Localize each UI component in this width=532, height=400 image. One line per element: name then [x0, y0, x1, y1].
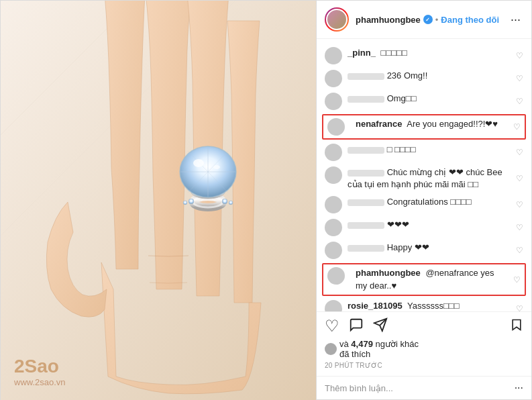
comment-more-icon[interactable]: ··· [515, 382, 523, 394]
comment-text: Happy ❤❤ [387, 242, 429, 252]
avatar [325, 7, 349, 32]
comment-item: □ □□□□ ♡ [317, 141, 531, 164]
grey-username [348, 222, 384, 229]
comments-panel: phamhuongbee • Đang theo dõi ··· _pinn_ … [316, 1, 531, 399]
comment-username[interactable]: _pinn_ [348, 48, 376, 58]
likes-count[interactable]: 4,479 [351, 339, 373, 349]
svg-point-17 [222, 199, 227, 204]
comment-content: phamhuongbee @nenafrance yes my dear..♥ [356, 267, 508, 291]
likes-label: đã thích [339, 349, 370, 359]
save-button[interactable] [510, 317, 523, 335]
comment-like-icon[interactable]: ♡ [516, 148, 523, 157]
comment-item: ❤❤❤ ♡ [317, 216, 531, 239]
grey-username [348, 199, 384, 206]
header-info: phamhuongbee • Đang theo dõi [356, 15, 508, 25]
liker-avatar [325, 343, 337, 355]
comment-like-icon[interactable]: ♡ [516, 174, 523, 183]
more-options-button[interactable]: ··· [508, 13, 523, 27]
comment-content: □ □□□□ [348, 144, 511, 156]
svg-marker-21 [513, 320, 521, 330]
comment-item: _pinn_ □□□□□ ♡ [317, 44, 531, 67]
grey-username [348, 245, 384, 252]
grey-username [348, 170, 384, 177]
comment-avatar [325, 144, 342, 161]
comment-avatar [325, 196, 342, 213]
comment-avatar [325, 70, 342, 87]
comment-item: Chúc mừng chị ❤❤ chúc Bee của tụi em hạn… [317, 164, 531, 193]
comment-like-icon[interactable]: ♡ [516, 246, 523, 255]
comment-like-icon[interactable]: ♡ [513, 275, 521, 285]
comment-text: Omg□□ [387, 93, 417, 103]
watermark-number: 2Sao [14, 356, 59, 377]
comment-item: 236 Omg!! ♡ [317, 67, 531, 90]
watermark: 2Sao www.2sao.vn [14, 356, 66, 387]
svg-point-16 [183, 201, 187, 205]
comment-like-icon[interactable]: ♡ [516, 51, 523, 60]
instagram-post: 2Sao www.2sao.vn phamhuongbee • Đang the… [0, 0, 532, 400]
comment-like-icon[interactable]: ♡ [516, 74, 523, 83]
svg-point-18 [229, 201, 233, 205]
comment-like-icon[interactable]: ♡ [516, 97, 523, 106]
comment-content: ❤❤❤ [348, 219, 511, 231]
add-comment-input[interactable] [325, 383, 509, 393]
highlighted-comment-response: phamhuongbee @nenafrance yes my dear..♥ … [322, 263, 526, 295]
comment-text: 236 Omg!! [387, 70, 428, 81]
svg-point-14 [213, 165, 220, 169]
comment-content: Chúc mừng chị ❤❤ chúc Bee của tụi em hạn… [348, 166, 511, 191]
dot-separator: • [435, 15, 439, 25]
comment-avatar [327, 267, 345, 285]
comment-content: Omg□□ [348, 93, 511, 105]
action-icons: ♡ [325, 317, 523, 335]
comment-content: _pinn_ □□□□□ [348, 47, 511, 59]
svg-point-13 [193, 159, 204, 167]
comment-like-icon[interactable]: ♡ [513, 122, 521, 132]
comment-text: □ □□□□ [387, 144, 416, 154]
username[interactable]: phamhuongbee [356, 15, 421, 25]
comment-username[interactable]: rosie_181095 [348, 301, 403, 311]
grey-username [348, 96, 384, 103]
share-button[interactable] [373, 317, 388, 335]
comment-like-icon[interactable]: ♡ [516, 223, 523, 232]
comment-content: nenafrance Are you engaged!!?!❤♥ [356, 118, 508, 130]
comment-content: Congratulations □□□□ [348, 196, 511, 208]
verified-badge [423, 15, 433, 24]
likes-prefix: và [339, 339, 349, 349]
comment-avatar [325, 300, 342, 311]
comment-text: Yassssss□□□ [407, 301, 460, 311]
svg-point-15 [189, 199, 194, 204]
comment-text: ❤❤❤ [387, 219, 409, 230]
timestamp: 20 PHÚT TRƯỚC [325, 362, 523, 369]
comment-avatar [325, 93, 342, 110]
grey-username [348, 147, 384, 154]
watermark-url: www.2sao.vn [14, 377, 66, 387]
comment-username[interactable]: phamhuongbee [356, 268, 421, 278]
comment-avatar [325, 242, 342, 259]
likes-row: và 4,479 người khác đã thích [325, 339, 523, 359]
highlighted-comment-engaged: nenafrance Are you engaged!!?!❤♥ ♡ [322, 114, 526, 140]
comment-item: Happy ❤❤ ♡ [317, 239, 531, 262]
like-button[interactable]: ♡ [325, 318, 339, 334]
comment-item: Congratulations □□□□ ♡ [317, 193, 531, 216]
follow-button[interactable]: Đang theo dõi [441, 15, 499, 25]
watermark-logo: 2Sao [14, 356, 66, 377]
add-comment-bar: ··· [317, 376, 531, 399]
comment-avatar [325, 219, 342, 236]
username-row: phamhuongbee • Đang theo dõi [356, 15, 508, 25]
comment-text: Congratulations □□□□ [387, 197, 472, 207]
comment-like-icon[interactable]: ♡ [516, 304, 523, 311]
comment-text: □□□□□ [381, 48, 407, 58]
grey-username [348, 73, 384, 80]
comment-avatar [327, 118, 345, 136]
comment-avatar [325, 166, 342, 184]
comment-item: Omg□□ ♡ [317, 90, 531, 113]
avatar-image [326, 9, 348, 30]
actions-bar: ♡ [317, 311, 531, 376]
likes-text: và 4,479 người khác đã thích [339, 339, 419, 359]
comment-button[interactable] [349, 317, 364, 335]
post-header: phamhuongbee • Đang theo dõi ··· [317, 1, 531, 39]
comment-username[interactable]: nenafrance [356, 119, 402, 129]
comment-like-icon[interactable]: ♡ [516, 200, 523, 209]
comment-content: 236 Omg!! [348, 70, 511, 82]
comment-content: Happy ❤❤ [348, 242, 511, 254]
comment-avatar [325, 47, 342, 64]
